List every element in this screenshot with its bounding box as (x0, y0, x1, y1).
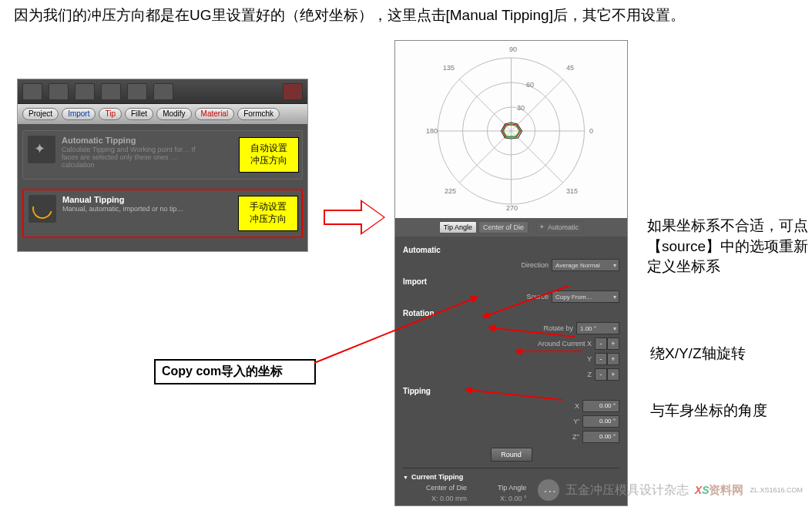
minus-button[interactable]: - (595, 368, 607, 381)
ribbon-tabs: Project Import Tip Fillet Modify Materia… (18, 104, 307, 124)
tab-formchk[interactable]: Formchk (237, 108, 280, 120)
tab-fillet[interactable]: Fillet (125, 108, 153, 120)
watermark-url: ZL.XS1616.COM (750, 486, 803, 494)
toolbar-icon[interactable] (75, 83, 95, 100)
section-automatic: Automatic Direction Average Normal (403, 246, 619, 273)
tipping-form: Automatic Direction Average Normal Impor… (395, 237, 627, 506)
spinner-x[interactable]: -+ (595, 337, 619, 350)
tab-center-of-die[interactable]: Center of Die (478, 221, 528, 233)
annotation-manual: 手动设置 冲压方向 (238, 196, 298, 231)
minus-button[interactable]: - (595, 353, 607, 365)
panel-body: Automatic Tipping Calculate Tipping and … (18, 124, 307, 251)
toolbar-icon[interactable] (49, 83, 69, 100)
input-z[interactable]: 0.00 ° (582, 431, 619, 443)
option-title: Automatic Tipping (62, 136, 208, 145)
annotation-copy: Copy com导入的坐标 (154, 359, 316, 384)
option-title: Manual Tipping (62, 195, 184, 204)
spinner-y[interactable]: -+ (595, 353, 619, 365)
axis-label: 135 (443, 64, 455, 72)
option-manual-tipping[interactable]: Manual Tipping Manual, automatic, import… (22, 189, 303, 238)
axis-label: 45 (566, 64, 574, 72)
toolbar-icon[interactable] (22, 83, 42, 100)
label-direction: Direction (521, 261, 549, 269)
axis-label: 315 (566, 187, 578, 195)
dropdown-direction[interactable]: Average Normal (552, 259, 619, 271)
plus-button[interactable]: + (607, 337, 619, 350)
toolbar-icon[interactable] (153, 83, 173, 100)
minus-button[interactable]: - (595, 337, 607, 350)
tab-tip[interactable]: Tip (99, 108, 122, 120)
wechat-icon (538, 479, 559, 501)
dropdown-source[interactable]: Copy From… (552, 290, 619, 303)
axis-label: 90 (509, 45, 517, 53)
option-desc: Manual, automatic, imported or no tip… (62, 206, 184, 213)
input-x[interactable]: 0.00 ° (582, 400, 619, 412)
tab-material[interactable]: Material (195, 108, 235, 120)
section-rotation: Rotation Rotate by 1.00 ° Around Current… (403, 309, 619, 382)
axis-label: 225 (445, 187, 456, 195)
main-toolbar (18, 79, 307, 104)
left-panel-screenshot: Project Import Tip Fillet Modify Materia… (17, 79, 308, 252)
axis-label: 180 (426, 127, 438, 135)
annotation-auto: 自动设置 冲压方向 (239, 137, 299, 173)
round-button[interactable]: Round (491, 448, 532, 462)
tab-modify[interactable]: Modify (156, 108, 191, 120)
big-arrow-icon (324, 202, 385, 233)
tab-tip-angle[interactable]: Tip Angle (439, 221, 477, 233)
sparkle-icon (28, 136, 55, 163)
sub-tabs: Tip Angle Center of Die Automatic (395, 218, 627, 237)
annotation-text: 绕X/Y/Z轴旋转 (650, 344, 746, 364)
section-tipping: Tipping X0.00 ° Y'0.00 ° Z''0.00 ° Round (403, 387, 619, 462)
rotation-arc-icon (29, 195, 56, 223)
axis-label: 0 (589, 127, 593, 135)
watermark: 五金冲压模具设计杂志 XS资料网 ZL.XS1616.COM (538, 479, 803, 501)
toolbar-icon[interactable] (127, 83, 147, 100)
plus-button[interactable]: + (607, 353, 619, 365)
tab-automatic[interactable]: Automatic (536, 221, 583, 233)
polar-chart: 90 135 180 225 270 315 0 45 30 60 (395, 41, 627, 218)
dropdown-rotateby[interactable]: 1.00 ° (576, 322, 619, 334)
toolbar-icon[interactable] (101, 83, 121, 100)
axis-label: 60 (526, 81, 534, 89)
tab-import[interactable]: Import (62, 108, 96, 120)
annotation-arrow (516, 351, 582, 352)
annotation-text: 与车身坐标的角度 (650, 401, 804, 421)
section-import: Import Source Copy From… (403, 277, 619, 304)
add-icon[interactable] (283, 83, 303, 100)
watermark-text: 五金冲压模具设计杂志 (565, 482, 689, 499)
option-automatic-tipping[interactable]: Automatic Tipping Calculate Tipping and … (22, 130, 303, 180)
tipping-settings-panel: 90 135 180 225 270 315 0 45 30 60 Tip An… (394, 40, 628, 506)
spinner-z[interactable]: -+ (595, 368, 619, 381)
watermark-logo: XS资料网 (695, 483, 744, 498)
axis-label: 30 (517, 104, 525, 112)
input-y[interactable]: 0.00 ° (582, 415, 619, 428)
axis-label: 270 (506, 204, 518, 212)
annotation-text: 如果坐标系不合适，可点【source】中的选项重新定义坐标系 (647, 216, 809, 277)
instruction-text: 因为我们的冲压方向都是在UG里设置好的（绝对坐标），这里点击[Manual Ti… (14, 5, 685, 27)
option-desc: Calculate Tipping and Working point for…… (62, 146, 208, 170)
plus-button[interactable]: + (607, 368, 619, 381)
tab-project[interactable]: Project (22, 108, 59, 120)
